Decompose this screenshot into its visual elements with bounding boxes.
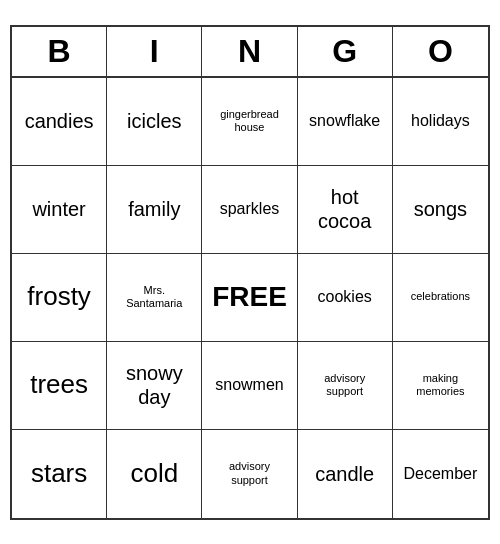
bingo-cell-18: advisory support bbox=[298, 342, 393, 430]
header-letter: O bbox=[393, 27, 488, 76]
bingo-cell-12: FREE bbox=[202, 254, 297, 342]
bingo-card: BINGO candiesiciclesgingerbread housesno… bbox=[10, 25, 490, 520]
bingo-cell-19: making memories bbox=[393, 342, 488, 430]
bingo-cell-22: advisory support bbox=[202, 430, 297, 518]
bingo-cell-20: stars bbox=[12, 430, 107, 518]
bingo-cell-13: cookies bbox=[298, 254, 393, 342]
bingo-cell-9: songs bbox=[393, 166, 488, 254]
bingo-cell-4: holidays bbox=[393, 78, 488, 166]
bingo-cell-5: winter bbox=[12, 166, 107, 254]
bingo-cell-11: Mrs. Santamaria bbox=[107, 254, 202, 342]
bingo-cell-23: candle bbox=[298, 430, 393, 518]
bingo-cell-6: family bbox=[107, 166, 202, 254]
bingo-cell-21: cold bbox=[107, 430, 202, 518]
bingo-cell-15: trees bbox=[12, 342, 107, 430]
bingo-cell-8: hot cocoa bbox=[298, 166, 393, 254]
bingo-header: BINGO bbox=[12, 27, 488, 78]
bingo-cell-17: snowmen bbox=[202, 342, 297, 430]
bingo-grid: candiesiciclesgingerbread housesnowflake… bbox=[12, 78, 488, 518]
header-letter: G bbox=[298, 27, 393, 76]
header-letter: I bbox=[107, 27, 202, 76]
bingo-cell-3: snowflake bbox=[298, 78, 393, 166]
bingo-cell-1: icicles bbox=[107, 78, 202, 166]
bingo-cell-14: celebrations bbox=[393, 254, 488, 342]
bingo-cell-16: snowy day bbox=[107, 342, 202, 430]
bingo-cell-10: frosty bbox=[12, 254, 107, 342]
bingo-cell-7: sparkles bbox=[202, 166, 297, 254]
header-letter: B bbox=[12, 27, 107, 76]
bingo-cell-2: gingerbread house bbox=[202, 78, 297, 166]
header-letter: N bbox=[202, 27, 297, 76]
bingo-cell-0: candies bbox=[12, 78, 107, 166]
bingo-cell-24: December bbox=[393, 430, 488, 518]
